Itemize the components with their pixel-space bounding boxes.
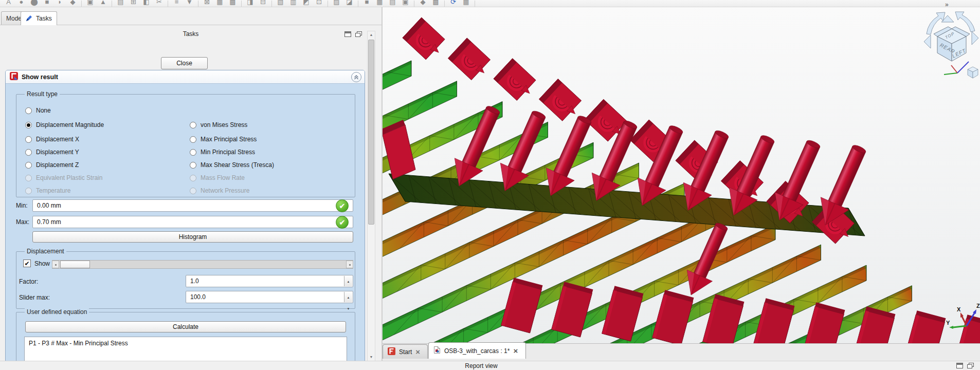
radio-mass-flow-rate[interactable]: Mass Flow Rate [190,173,245,183]
float-panel-icon[interactable] [967,363,974,368]
constraint-fixed-icon[interactable]: ⊠ [201,0,213,7]
result-show-icon[interactable]: ▨ [330,0,343,7]
clipping-plane-icon[interactable]: ■ [360,0,373,7]
view-mesh-icon[interactable]: ▦ [373,0,386,7]
dock-panel-icon[interactable] [956,363,963,368]
mesh-from-shape-icon[interactable]: ▤ [114,0,127,7]
radio-icon [25,175,32,181]
toolbar-separator [414,1,414,7]
draft-text-icon[interactable]: A [2,0,15,7]
mesh-trim-icon[interactable]: ✂ [153,0,166,7]
radio-displacement-y[interactable]: Displacement Y [25,147,79,157]
panel-scrollbar[interactable]: ▲ ▼ [367,31,375,361]
radio-icon [25,162,32,169]
collapse-icon[interactable] [351,72,361,82]
part-shapes-icon[interactable]: ◆ [66,0,79,7]
part-extrude-icon[interactable]: ▲ [97,0,110,7]
factor-field[interactable]: 1.0 ▲▼ [186,275,353,287]
tab-start-label: Start [399,348,412,356]
measure-icon[interactable]: ◆ [416,0,429,7]
mesh-gmsh-icon[interactable]: ▥ [287,0,300,7]
toolbar-separator [81,1,82,7]
freecad-window: { "toolbar": { "overflow_button": "\u00b… [0,0,980,370]
calculate-button[interactable]: Calculate [25,321,346,332]
part-box-icon[interactable]: ▣ [84,0,97,7]
dock-panel-icon[interactable] [344,31,351,37]
close-tab-icon[interactable]: × [513,347,518,355]
material-solid-icon[interactable]: ◨ [244,0,257,7]
fem-scene[interactable]: REAR LEFT TOP Y [383,7,980,361]
tab-start-page[interactable]: Start × [383,344,428,359]
constraint-force-icon[interactable]: ▦ [213,0,226,7]
spinner-arrows[interactable]: ▲▼ [344,276,352,286]
slider-thumb[interactable] [60,261,90,268]
radio-displacement-z[interactable]: Displacement Z [25,160,79,170]
max-field[interactable]: 0.70 mm ✔ [32,216,353,228]
constraint-pressure-icon[interactable]: ▩ [226,0,239,7]
radio-icon [190,136,196,143]
refresh-icon[interactable]: ⟳ [447,0,460,7]
panel-title: Tasks [0,30,382,38]
part-ellipsoid-icon[interactable]: ⬤ [28,0,41,7]
slider-right-button[interactable] [346,261,353,268]
scroll-down-icon[interactable]: ▼ [368,354,375,361]
solver-run-icon[interactable]: ▼ [183,0,196,7]
grid-toggle-icon[interactable]: ▦ [460,0,473,7]
part-sector-icon[interactable]: ◗ [53,0,66,7]
radio-icon [25,107,32,114]
close-button[interactable]: Close [161,57,208,69]
tab-tasks-label: Tasks [36,15,52,22]
mesh-refine-icon[interactable]: ⊞ [127,0,140,7]
slider-left-button[interactable] [52,261,59,268]
histogram-button[interactable]: Histogram [32,231,353,243]
analysis-container-icon[interactable]: ≡ [170,0,183,7]
close-tab-icon[interactable]: × [415,348,420,356]
material-fluid-icon[interactable]: ⊟ [257,0,269,7]
show-result-header[interactable]: Show result [6,70,365,84]
toolbar-separator [358,1,358,7]
spinner-arrows[interactable]: ▲▼ [344,292,352,302]
annotate-icon[interactable]: ▩ [429,0,442,7]
radio-max-principal-stress[interactable]: Max Principal Stress [190,134,257,144]
displacement-slider[interactable] [52,260,353,269]
float-panel-icon[interactable] [355,31,362,37]
radio-displacement-magnitude[interactable]: Displacement Magnitude [25,120,104,130]
mesh-group-icon[interactable]: ⊡ [313,0,325,7]
radio-none[interactable]: None [25,105,51,116]
view-wireframe-icon[interactable]: ▣ [399,0,412,7]
radio-von-mises-stress[interactable]: von Mises Stress [190,120,247,130]
toolbar-separator [475,1,475,7]
scrollbar-thumb[interactable] [368,40,374,225]
radio-min-principal-stress[interactable]: Min Principal Stress [190,147,255,157]
displacement-label: Displacement [25,248,66,255]
tab-document[interactable]: OSB-3_with_carcas : 1* × [428,342,526,359]
3d-viewport[interactable]: REAR LEFT TOP Y [383,7,980,361]
radio-max-shear-stress[interactable]: Max Shear Stress (Tresca) [190,160,274,170]
toolbar-overflow-button[interactable]: » [945,0,955,7]
part-sphere-icon[interactable]: ● [15,0,28,7]
tab-tasks[interactable]: Tasks [21,11,57,25]
scroll-up-icon[interactable]: ▲ [368,31,375,39]
mesh-cut-icon[interactable]: ◧ [140,0,153,7]
toolbar-separator [328,1,328,7]
radio-icon [190,162,196,169]
show-result-taskbox: Show result Result type None Displacemen… [5,70,365,368]
result-purge-icon[interactable]: ◪ [343,0,356,7]
mesh-region-icon[interactable]: ◩ [300,0,313,7]
radio-displacement-x[interactable]: Displacement X [25,134,79,144]
slider-max-field[interactable]: 100.0 ▲▼ [186,291,353,303]
view-section-icon[interactable]: ▤ [386,0,399,7]
main-toolbar: »A●⬤■◗◆▣▲▤⊞◧✂≡▼⊠▦▩◨⊟▧▥◩⊡▨◪■▦▤▣◆▩⟳▦ [0,0,980,7]
radio-equivalent-plastic-strain[interactable]: Equivalent Plastic Strain [25,173,102,183]
mesh-netgen-icon[interactable]: ▧ [274,0,287,7]
show-checkbox[interactable]: ✔ [23,260,31,267]
min-field[interactable]: 0.00 mm ✔ [32,199,353,212]
axis-y-label: Y [946,320,950,326]
part-plane-icon[interactable]: ■ [41,0,53,7]
radio-network-pressure[interactable]: Network Pressure [190,186,249,196]
max-label: Max: [16,218,29,226]
radio-icon [25,136,32,143]
toolbar-separator [168,1,168,7]
toolbar-separator [271,1,272,7]
radio-temperature[interactable]: Temperature [25,186,70,196]
